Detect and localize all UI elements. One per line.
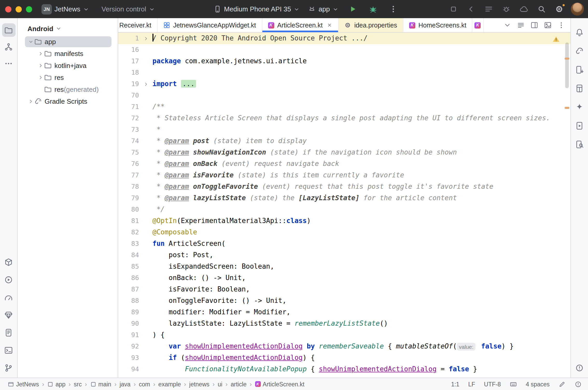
todo-list-button[interactable] [483, 3, 495, 15]
breadcrumb-article[interactable]: article [229, 381, 248, 387]
analysis-warning-marker[interactable] [565, 107, 569, 109]
code-line-17[interactable]: 17package com.example.jetnews.ui.article [118, 55, 570, 67]
debug-button[interactable] [367, 3, 379, 15]
device-selector[interactable]: Medium Phone API 35 [214, 5, 300, 13]
breadcrumb-jetnews[interactable]: JetNews [6, 381, 40, 387]
settings-button[interactable] [553, 3, 565, 15]
code-line-78[interactable]: 78 * @param onToggleFavorite (event) req… [118, 181, 570, 192]
breadcrumb-java[interactable]: java [118, 381, 132, 387]
code-line-73[interactable]: 73 * [118, 124, 570, 135]
search-button[interactable] [536, 3, 548, 15]
code-line-18[interactable]: 18 [118, 67, 570, 78]
breadcrumb-main[interactable]: main [88, 381, 113, 387]
tab-overflow-stub[interactable] [473, 18, 484, 32]
code-line-87[interactable]: 87 isFavorite: Boolean, [118, 284, 570, 295]
run-config-selector[interactable]: app [308, 5, 339, 13]
breadcrumb-ui[interactable]: ui [216, 381, 224, 387]
notifications-bell-tool-button[interactable] [573, 25, 586, 39]
more-tool-button[interactable] [2, 57, 15, 70]
tree-item-res[interactable]: res [18, 72, 118, 83]
run-button[interactable] [347, 3, 359, 15]
code-line-71[interactable]: 71/** [118, 101, 570, 113]
code-line-77[interactable]: 77 * @param isFavorite (state) is this i… [118, 170, 570, 181]
run-tool-tool-button[interactable] [2, 273, 15, 286]
preview-image-button[interactable] [544, 21, 552, 29]
breadcrumb-app[interactable]: app [46, 381, 67, 387]
breadcrumb-com[interactable]: com [137, 381, 151, 387]
avatar[interactable] [571, 3, 584, 16]
breadcrumb-src[interactable]: src [72, 381, 83, 387]
project-view-selector[interactable]: Android [18, 18, 118, 36]
code-line-86[interactable]: 86 onBack: () -> Unit, [118, 272, 570, 284]
chevron-right-icon[interactable] [27, 99, 34, 104]
problems-tool-button[interactable] [573, 361, 586, 374]
code-line-92[interactable]: 92 var showUnimplementedActionDialog by … [118, 341, 570, 352]
back-button[interactable] [465, 3, 477, 15]
chevron-down-icon[interactable] [27, 39, 34, 45]
analysis-warning-marker[interactable] [565, 58, 569, 60]
bug-report-button[interactable] [500, 3, 512, 15]
code-line-85[interactable]: 85 isExpandedScreen: Boolean, [118, 261, 570, 272]
tab-homescreens-kt[interactable]: HomeScreens.kt [403, 18, 473, 32]
code-line-76[interactable]: 76 * @param onBack (event) request navig… [118, 158, 570, 170]
gemini-sparkle-tool-button[interactable] [573, 100, 586, 114]
chevron-right-icon[interactable] [37, 51, 44, 57]
project-widget[interactable]: JN JetNews [41, 4, 89, 14]
fold-marker-icon[interactable] [139, 36, 152, 41]
breadcrumb-example[interactable]: example [157, 381, 183, 387]
chevron-right-icon[interactable] [37, 75, 44, 80]
indent-setting[interactable]: 4 spaces [526, 381, 550, 387]
reader-lines-button[interactable] [517, 21, 525, 29]
kebab-button[interactable] [557, 21, 565, 29]
tab-idea-properties[interactable]: idea.properties [339, 18, 403, 32]
code-line-16[interactable]: 16 [118, 44, 570, 55]
tab-receiver-kt[interactable]: Receiver.kt [118, 18, 158, 32]
code-line-84[interactable]: 84 post: Post, [118, 249, 570, 261]
code-line-83[interactable]: 83fun ArticleScreen( [118, 238, 570, 249]
code-line-75[interactable]: 75 * @param showNavigationIcon (state) i… [118, 147, 570, 158]
code-line-89[interactable]: 89 modifier: Modifier = Modifier, [118, 307, 570, 318]
code-line-91[interactable]: 91) { [118, 329, 570, 341]
zoom-window-button[interactable] [26, 6, 32, 12]
code-line-79[interactable]: 79 * @param lazyListState (state) the [L… [118, 192, 570, 204]
tab-jetnewsglanceappwidget-kt[interactable]: JetnewsGlanceAppWidget.kt [158, 18, 262, 32]
keyboard-icon[interactable] [510, 380, 517, 388]
gradle-tool-button[interactable] [573, 44, 586, 58]
tab-articlescreen-kt[interactable]: ArticleScreen.kt [262, 18, 339, 32]
terminal-tool-button[interactable] [2, 343, 15, 357]
build-variants-tool-button[interactable] [2, 255, 15, 269]
code-editor[interactable]: 1/ Copyright 2020 The Android Open Sourc… [118, 33, 570, 378]
app-quality-insights-tool-button[interactable] [2, 308, 15, 322]
running-devices-tool-button[interactable] [573, 119, 586, 132]
profiler-tool-button[interactable] [2, 290, 15, 304]
problems-icon[interactable] [575, 380, 582, 388]
line-separator[interactable]: LF [468, 381, 475, 387]
code-line-94[interactable]: 94 FunctionalityNotAvailablePopup { show… [118, 364, 570, 375]
close-tab-icon[interactable] [327, 22, 332, 28]
code-line-72[interactable]: 72 * Stateless Article Screen that displ… [118, 113, 570, 124]
inspections-widget[interactable] [552, 35, 560, 47]
tree-item-res-generated[interactable]: res (generated) [18, 83, 118, 95]
git-branch-tool-button[interactable] [2, 361, 15, 374]
device-manager-tool-button[interactable] [573, 63, 586, 76]
breadcrumb-jetnews[interactable]: jetnews [188, 381, 211, 387]
code-line-1[interactable]: 1/ Copyright 2020 The Android Open Sourc… [118, 33, 570, 44]
logcat-tool-button[interactable] [2, 326, 15, 339]
structure-tool-button[interactable] [2, 40, 15, 53]
tree-item-app[interactable]: app [18, 36, 118, 48]
sync-button[interactable] [518, 3, 530, 15]
code-line-80[interactable]: 80 */ [118, 204, 570, 215]
tree-item-kotlin-java[interactable]: kotlin+java [18, 60, 118, 72]
stop-button[interactable] [447, 3, 459, 15]
edit-lock-icon[interactable] [558, 380, 566, 388]
breadcrumb-articlescreen-kt[interactable]: ArticleScreen.kt [253, 381, 306, 387]
close-window-button[interactable] [5, 6, 11, 12]
chevron-down-button[interactable] [503, 21, 511, 29]
caret-position[interactable]: 1:1 [451, 381, 459, 387]
code-line-93[interactable]: 93 if (showUnimplementedActionDialog) { [118, 352, 570, 364]
code-line-88[interactable]: 88 onToggleFavorite: () -> Unit, [118, 295, 570, 307]
code-line-82[interactable]: 82@Composable [118, 227, 570, 238]
split-editor-button[interactable] [530, 21, 538, 29]
tree-item-gradle-scripts[interactable]: Gradle Scripts [18, 95, 118, 107]
editor-scrollbar[interactable] [565, 43, 569, 88]
